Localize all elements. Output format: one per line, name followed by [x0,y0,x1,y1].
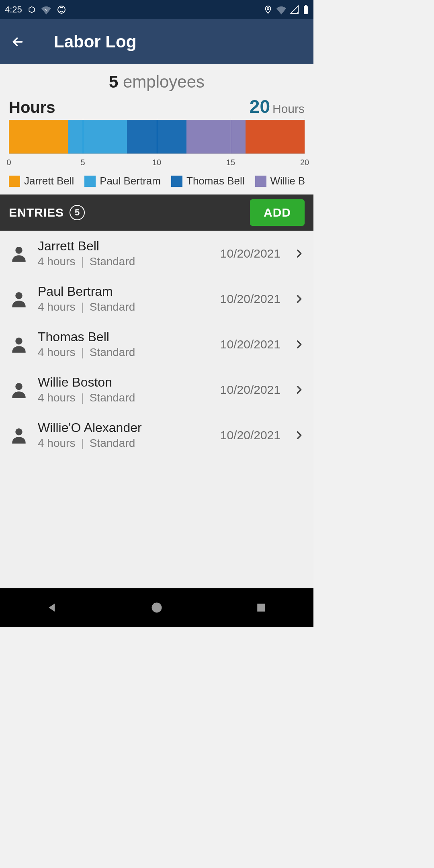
legend-swatch [171,176,182,187]
entry-subtitle: 4 hours|Standard [38,301,211,313]
entry-date: 10/20/2021 [220,428,280,442]
entry-hours: 4 hours [38,437,75,449]
hours-total-unit: Hours [272,102,305,115]
axis-tick: 10 [152,158,161,167]
avatar-icon [9,289,29,309]
chart-segment [246,120,305,154]
add-button[interactable]: ADD [250,199,305,226]
employee-count-number: 5 [109,72,118,91]
signal-icon: x [290,5,299,14]
entry-type: Standard [90,346,135,358]
location-icon [264,5,272,14]
svg-point-6 [15,246,23,254]
nav-back-button[interactable] [43,599,61,616]
chart-segment [127,120,186,154]
status-bar: 4:25 ? x [0,0,313,19]
list-item[interactable]: Paul Bertram 4 hours|Standard 10/20/2021 [0,276,313,321]
legend-item: Jarrett Bell [9,175,74,187]
entry-subtitle: 4 hours|Standard [38,346,211,359]
entry-name: Thomas Bell [38,330,211,344]
hours-chart: 05101520 Jarrett BellPaul BertramThomas … [9,120,305,187]
back-arrow-icon [10,35,25,49]
summary-panel: 5 employees Hours 20Hours 05101520 Jarre… [0,64,313,194]
entries-label: ENTRIES [9,206,64,219]
wifi-question-icon: ? [41,5,51,14]
avatar-icon [9,380,29,400]
nav-recents-button[interactable] [252,599,270,616]
entry-date: 10/20/2021 [220,383,280,397]
list-item[interactable]: Jarrett Bell 4 hours|Standard 10/20/2021 [0,231,313,276]
chevron-right-icon [293,339,305,350]
no-sync-icon [57,5,66,14]
status-time: 4:25 [5,4,22,15]
legend-item: Paul Bertram [84,175,161,187]
entry-name: Willie'O Alexander [38,420,211,435]
entry-subtitle: 4 hours|Standard [38,391,211,404]
svg-point-7 [15,292,23,299]
entry-type: Standard [90,391,135,404]
entry-name: Willie Boston [38,375,211,390]
circle-home-icon [151,602,163,614]
entry-date: 10/20/2021 [220,247,280,260]
legend-item: Thomas Bell [171,175,245,187]
legend-swatch [255,176,266,187]
svg-rect-12 [257,604,265,612]
entry-name: Paul Bertram [38,284,211,299]
chart-segment [186,120,246,154]
entry-subtitle: 4 hours|Standard [38,255,211,268]
hours-label: Hours [9,98,55,117]
svg-point-10 [15,428,23,435]
chart-segment [9,120,68,154]
chevron-right-icon [293,248,305,259]
chevron-right-icon [293,293,305,305]
entry-hours: 4 hours [38,255,75,268]
svg-point-9 [15,383,23,390]
legend-item: Willie Bosto [255,175,305,187]
svg-rect-4 [304,6,308,14]
hours-total-number: 20 [250,96,270,117]
entry-date: 10/20/2021 [220,338,280,351]
wifi-icon [276,5,286,14]
legend-label: Paul Bertram [100,175,161,187]
package-icon [28,6,36,14]
entry-type: Standard [90,255,135,268]
page-title: Labor Log [54,32,136,51]
battery-icon [303,5,309,14]
list-item[interactable]: Willie Boston 4 hours|Standard 10/20/202… [0,367,313,412]
app-bar: Labor Log [0,19,313,64]
employee-count: 5 employees [9,72,305,92]
legend-label: Thomas Bell [186,175,245,187]
entry-hours: 4 hours [38,301,75,313]
square-recents-icon [256,602,266,613]
chevron-right-icon [293,384,305,395]
axis-tick: 15 [226,158,235,167]
avatar-icon [9,425,29,445]
svg-text:?: ? [45,8,47,13]
list-item[interactable]: Thomas Bell 4 hours|Standard 10/20/2021 [0,321,313,367]
avatar-icon [9,244,29,264]
avatar-icon [9,334,29,354]
chart-legend: Jarrett BellPaul BertramThomas BellWilli… [9,175,305,187]
svg-point-2 [267,8,269,10]
entries-list: Jarrett Bell 4 hours|Standard 10/20/2021… [0,231,313,588]
chevron-right-icon [293,430,305,441]
svg-point-11 [152,603,162,613]
back-button[interactable] [10,34,26,50]
triangle-back-icon [46,602,58,614]
legend-label: Jarrett Bell [24,175,74,187]
entries-count-badge: 5 [70,205,85,220]
nav-home-button[interactable] [148,599,166,616]
chart-segment [68,120,127,154]
list-item[interactable]: Willie'O Alexander 4 hours|Standard 10/2… [0,412,313,458]
entry-name: Jarrett Bell [38,239,211,254]
entry-hours: 4 hours [38,346,75,358]
axis-tick: 20 [300,158,309,167]
entry-type: Standard [90,301,135,313]
hours-total: 20Hours [250,96,305,117]
legend-swatch [9,176,20,187]
entry-subtitle: 4 hours|Standard [38,437,211,450]
employee-count-word: employees [123,72,205,91]
axis-tick: 5 [80,158,85,167]
entry-hours: 4 hours [38,391,75,404]
entry-date: 10/20/2021 [220,292,280,306]
